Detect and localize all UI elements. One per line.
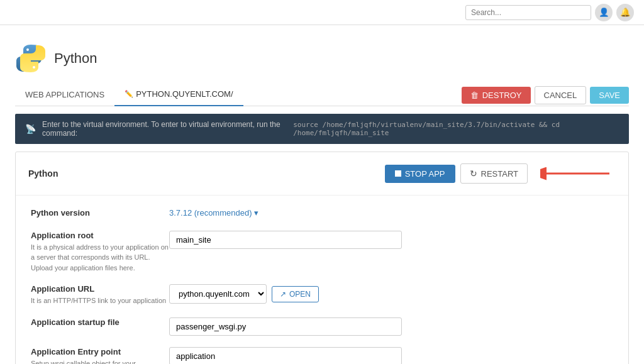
- content-panel: Python STOP APP ↻ RESTART: [15, 152, 629, 364]
- panel-header: Python STOP APP ↻ RESTART: [16, 152, 628, 196]
- info-banner: 📡 Enter to the virtual environment. To e…: [15, 114, 629, 144]
- svg-point-1: [33, 66, 35, 69]
- restart-icon: ↻: [470, 168, 477, 179]
- entry-point-help: Setup wsgi callable object for your appl…: [31, 360, 136, 364]
- entry-point-label: Application Entry point: [31, 347, 169, 356]
- entry-point-row: Application Entry point Setup wsgi calla…: [31, 347, 613, 364]
- nav-tabs: WEB APPLICATIONS ✏️ PYTHON.QUYENLT.COM/ …: [15, 84, 629, 106]
- startup-file-control: [169, 317, 613, 336]
- search-input[interactable]: [465, 5, 591, 20]
- tab-web-applications[interactable]: WEB APPLICATIONS: [15, 85, 114, 106]
- top-bar: 👤 🔔: [0, 0, 644, 25]
- destroy-button[interactable]: 🗑 DESTROY: [462, 87, 531, 104]
- user-icon-btn[interactable]: 👤: [595, 4, 613, 21]
- command-text: source /home/fmljqfh/virtualenv/main_sit…: [293, 121, 619, 137]
- red-arrow-icon: [540, 161, 616, 186]
- app-title: Python: [54, 50, 97, 67]
- app-root-label: Application root: [31, 231, 169, 240]
- external-link-icon: ↗: [280, 290, 286, 299]
- cancel-button[interactable]: CANCEL: [535, 86, 587, 104]
- app-root-help: It is a physical address to your applica…: [31, 243, 169, 272]
- stop-icon: [395, 170, 401, 177]
- app-root-row: Application root It is a physical addres…: [31, 231, 613, 273]
- python-version-row: Python version 3.7.12 (recommended) ▾: [31, 208, 613, 219]
- python-version-select[interactable]: 3.7.12 (recommended) ▾: [169, 208, 258, 218]
- open-button[interactable]: ↗ OPEN: [272, 286, 319, 302]
- restart-button[interactable]: ↻ RESTART: [460, 163, 528, 184]
- dropdown-arrow-icon: ▾: [254, 208, 258, 218]
- startup-file-row: Application startup file: [31, 317, 613, 336]
- app-url-label-col: Application URL It is an HTTP/HTTPS link…: [31, 284, 169, 306]
- startup-file-input[interactable]: [169, 317, 402, 336]
- app-header: Python: [15, 35, 629, 84]
- entry-point-control: [169, 347, 613, 364]
- python-version-label: Python version: [31, 208, 169, 218]
- rss-icon: 📡: [25, 124, 36, 134]
- python-logo-icon: [15, 43, 47, 74]
- app-url-label: Application URL: [31, 284, 169, 294]
- app-url-control: python.quyenlt.com ↗ OPEN: [169, 284, 613, 304]
- app-url-row: Application URL It is an HTTP/HTTPS link…: [31, 284, 613, 306]
- python-version-control: 3.7.12 (recommended) ▾: [169, 208, 613, 218]
- python-version-label-col: Python version: [31, 208, 169, 219]
- startup-file-label-col: Application startup file: [31, 317, 169, 329]
- pencil-icon: ✏️: [125, 90, 133, 98]
- trash-icon: 🗑: [470, 91, 479, 100]
- stop-app-button[interactable]: STOP APP: [385, 165, 455, 183]
- app-root-label-col: Application root It is a physical addres…: [31, 231, 169, 273]
- arrow-indicator: [540, 161, 616, 186]
- app-url-select[interactable]: python.quyenlt.com: [169, 284, 267, 304]
- app-root-control: [169, 231, 613, 249]
- panel-title: Python: [28, 168, 385, 179]
- action-buttons: 🗑 DESTROY CANCEL SAVE: [462, 86, 629, 104]
- startup-file-label: Application startup file: [31, 317, 169, 327]
- app-root-input[interactable]: [169, 231, 402, 249]
- main-container: Python WEB APPLICATIONS ✏️ PYTHON.QUYENL…: [0, 25, 644, 364]
- panel-body: Python version 3.7.12 (recommended) ▾ Ap…: [16, 196, 628, 364]
- bell-icon-btn[interactable]: 🔔: [616, 4, 634, 21]
- entry-point-label-col: Application Entry point Setup wsgi calla…: [31, 347, 169, 364]
- entry-point-input[interactable]: [169, 347, 402, 364]
- tab-active-domain[interactable]: ✏️ PYTHON.QUYENLT.COM/: [114, 84, 243, 106]
- svg-point-0: [26, 48, 29, 51]
- app-url-help: It is an HTTP/HTTPS link to your applica…: [31, 297, 166, 304]
- save-button[interactable]: SAVE: [590, 87, 629, 104]
